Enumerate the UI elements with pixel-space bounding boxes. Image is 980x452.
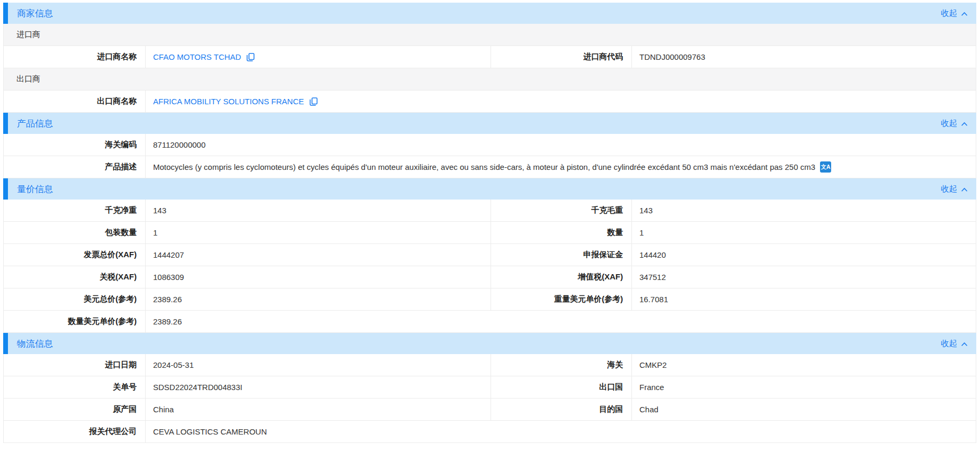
tariff-value: 1086309 xyxy=(146,266,491,288)
accent-bar xyxy=(3,3,8,24)
collapse-label: 收起 xyxy=(941,184,957,195)
section-logistics: 物流信息 收起 进口日期 2024-05-31 海关 CMKP2 关单号 SDS… xyxy=(3,333,976,443)
table-row-origin-dest: 原产国 China 目的国 Chad xyxy=(4,399,976,421)
import-date-value: 2024-05-31 xyxy=(146,354,491,376)
table-row-exporter: 出口商名称 AFRICA MOBILITY SOLUTIONS FRANCE xyxy=(4,91,976,113)
description-cell: Motocycles (y compris les cyclomoteurs) … xyxy=(146,156,976,178)
accent-bar xyxy=(3,113,8,134)
customs-doc-no-value: SDSD22024TRD004833I xyxy=(146,376,491,398)
section-title-product: 产品信息 xyxy=(17,117,53,130)
export-country-value: France xyxy=(632,376,976,398)
customs-label: 海关 xyxy=(491,354,632,376)
tariff-label: 关税(XAF) xyxy=(4,266,146,288)
usd-unit-weight-label: 重量美元单价(参考) xyxy=(491,288,632,310)
collapse-button-logistics[interactable]: 收起 xyxy=(941,338,968,349)
table-row-tax: 关税(XAF) 1086309 增值税(XAF) 347512 xyxy=(4,266,976,288)
origin-country-value: China xyxy=(146,399,491,420)
import-date-label: 进口日期 xyxy=(4,354,146,376)
table-row-docno-exportcountry: 关单号 SDSD22024TRD004833I 出口国 France xyxy=(4,376,976,399)
logistics-rows: 进口日期 2024-05-31 海关 CMKP2 关单号 SDSD22024TR… xyxy=(3,354,976,443)
section-merchant: 商家信息 收起 进口商 进口商名称 CFAO MOTORS TCHAD 进口商代… xyxy=(3,3,976,113)
copy-icon[interactable] xyxy=(246,52,255,62)
description-label: 产品描述 xyxy=(4,156,146,178)
merchant-rows: 进口商 进口商名称 CFAO MOTORS TCHAD 进口商代码 TDNDJ0… xyxy=(3,24,976,113)
net-weight-label: 千克净重 xyxy=(4,200,146,221)
section-header-product: 产品信息 收起 xyxy=(3,113,976,134)
table-row-weight: 千克净重 143 千克毛重 143 xyxy=(4,200,976,222)
declared-deposit-label: 申报保证金 xyxy=(491,244,632,266)
customs-doc-no-label: 关单号 xyxy=(4,376,146,398)
importer-name-label: 进口商名称 xyxy=(4,46,146,68)
section-header-quantity-price: 量价信息 收起 xyxy=(3,178,976,200)
quantity-price-rows: 千克净重 143 千克毛重 143 包装数量 1 数量 1 发票总价(XAF) … xyxy=(3,200,976,333)
broker-value: CEVA LOGISTICS CAMEROUN xyxy=(146,421,976,442)
exporter-group-row: 出口商 xyxy=(4,68,976,91)
collapse-label: 收起 xyxy=(941,118,957,129)
vat-label: 增值税(XAF) xyxy=(491,266,632,288)
usd-total-value: 2389.26 xyxy=(146,288,491,310)
accent-bar xyxy=(3,178,8,200)
usd-unit-qty-value: 2389.26 xyxy=(146,311,976,332)
description-value: Motocycles (y compris les cyclomoteurs) … xyxy=(153,162,815,171)
accent-bar xyxy=(3,333,8,354)
copy-icon[interactable] xyxy=(309,97,318,106)
table-row-broker: 报关代理公司 CEVA LOGISTICS CAMEROUN xyxy=(4,421,976,443)
importer-code-value: TDNDJ000009763 xyxy=(632,46,976,68)
dest-country-value: Chad xyxy=(632,399,976,420)
translate-icon[interactable]: 文A xyxy=(820,161,831,173)
chevron-up-icon xyxy=(961,187,968,192)
hs-code-value: 871120000000 xyxy=(146,134,976,156)
gross-weight-value: 143 xyxy=(632,200,976,221)
section-product: 产品信息 收起 海关编码 871120000000 产品描述 Motocycle… xyxy=(3,113,976,178)
collapse-label: 收起 xyxy=(941,8,957,19)
usd-unit-weight-value: 16.7081 xyxy=(632,288,976,310)
collapse-label: 收起 xyxy=(941,338,957,349)
table-row-quantity: 包装数量 1 数量 1 xyxy=(4,222,976,244)
package-qty-value: 1 xyxy=(146,222,491,243)
section-header-merchant: 商家信息 收起 xyxy=(3,3,976,24)
collapse-button-merchant[interactable]: 收起 xyxy=(941,8,968,19)
table-row-invoice: 发票总价(XAF) 1444207 申报保证金 144420 xyxy=(4,244,976,266)
product-rows: 海关编码 871120000000 产品描述 Motocycles (y com… xyxy=(3,134,976,178)
collapse-button-product[interactable]: 收起 xyxy=(941,118,968,129)
quantity-value: 1 xyxy=(632,222,976,243)
collapse-button-quantity-price[interactable]: 收起 xyxy=(941,184,968,195)
table-row-date-customs: 进口日期 2024-05-31 海关 CMKP2 xyxy=(4,354,976,376)
export-country-label: 出口国 xyxy=(491,376,632,398)
usd-unit-qty-label: 数量美元单价(参考) xyxy=(4,311,146,332)
table-row-usd: 美元总价(参考) 2389.26 重量美元单价(参考) 16.7081 xyxy=(4,288,976,311)
net-weight-value: 143 xyxy=(146,200,491,221)
section-title-quantity-price: 量价信息 xyxy=(17,183,53,195)
exporter-name-link[interactable]: AFRICA MOBILITY SOLUTIONS FRANCE xyxy=(153,97,304,106)
importer-code-label: 进口商代码 xyxy=(491,46,632,68)
customs-value: CMKP2 xyxy=(632,354,976,376)
chevron-up-icon xyxy=(961,122,968,126)
exporter-name-cell: AFRICA MOBILITY SOLUTIONS FRANCE xyxy=(146,91,976,112)
gross-weight-label: 千克毛重 xyxy=(491,200,632,221)
importer-name-cell: CFAO MOTORS TCHAD xyxy=(146,46,491,68)
package-qty-label: 包装数量 xyxy=(4,222,146,243)
dest-country-label: 目的国 xyxy=(491,399,632,420)
table-row-usd-unit-qty: 数量美元单价(参考) 2389.26 xyxy=(4,311,976,333)
invoice-total-label: 发票总价(XAF) xyxy=(4,244,146,266)
section-title-merchant: 商家信息 xyxy=(17,7,53,20)
hs-code-label: 海关编码 xyxy=(4,134,146,156)
exporter-name-label: 出口商名称 xyxy=(4,91,146,112)
declared-deposit-value: 144420 xyxy=(632,244,976,266)
usd-total-label: 美元总价(参考) xyxy=(4,288,146,310)
table-row-hs-code: 海关编码 871120000000 xyxy=(4,134,976,156)
invoice-total-value: 1444207 xyxy=(146,244,491,266)
chevron-up-icon xyxy=(961,342,968,347)
section-title-logistics: 物流信息 xyxy=(17,338,53,350)
origin-country-label: 原产国 xyxy=(4,399,146,420)
broker-label: 报关代理公司 xyxy=(4,421,146,442)
chevron-up-icon xyxy=(961,12,968,16)
importer-name-link[interactable]: CFAO MOTORS TCHAD xyxy=(153,52,241,61)
table-row-description: 产品描述 Motocycles (y compris les cyclomote… xyxy=(4,156,976,178)
vat-value: 347512 xyxy=(632,266,976,288)
table-row-importer: 进口商名称 CFAO MOTORS TCHAD 进口商代码 TDNDJ00000… xyxy=(4,46,976,68)
section-header-logistics: 物流信息 收起 xyxy=(3,333,976,354)
section-quantity-price: 量价信息 收起 千克净重 143 千克毛重 143 包装数量 1 数量 1 发票… xyxy=(3,178,976,333)
trade-detail-page: 商家信息 收起 进口商 进口商名称 CFAO MOTORS TCHAD 进口商代… xyxy=(0,0,980,443)
importer-group-row: 进口商 xyxy=(4,24,976,46)
